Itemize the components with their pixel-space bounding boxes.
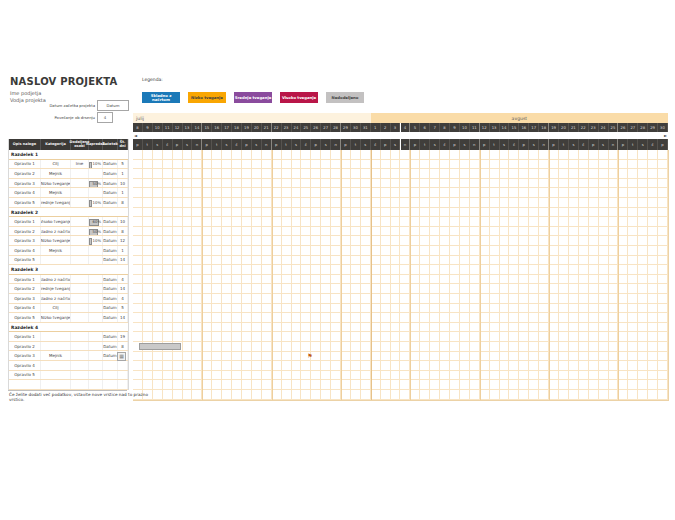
cell-days[interactable] [118, 380, 128, 389]
cell-progress[interactable] [89, 246, 103, 255]
cell-days[interactable]: 14 [118, 256, 128, 265]
section-header-row[interactable]: Razdelek 1 [9, 150, 128, 160]
cell-assignee[interactable] [71, 246, 89, 255]
cell-category[interactable]: Skladno z načrtom [41, 294, 71, 303]
cell-category[interactable]: Srednje tveganje [41, 284, 71, 293]
cell-assignee[interactable] [71, 256, 89, 265]
cell-start[interactable]: Datum [103, 169, 118, 178]
cell-assignee[interactable] [71, 342, 89, 351]
cell-assignee[interactable] [71, 284, 89, 293]
cell-task[interactable]: Opravilo 1 [9, 332, 41, 341]
cell-task[interactable]: Opravilo 3 [9, 236, 41, 245]
cell-start[interactable] [103, 361, 118, 370]
cell-days[interactable]: 10 [118, 179, 128, 188]
cell-assignee[interactable]: Ime [71, 160, 89, 169]
cell-progress[interactable] [89, 361, 103, 370]
cell-start[interactable]: Datum [103, 256, 118, 265]
cell-category[interactable]: Nizko tveganje [41, 313, 71, 322]
cell-task[interactable]: Opravilo 5 [9, 256, 41, 265]
cell-start[interactable]: Datum [103, 313, 118, 322]
cell-days[interactable] [118, 361, 128, 370]
cell-assignee[interactable] [71, 179, 89, 188]
cell-progress[interactable]: 50% [89, 179, 103, 188]
cell-progress[interactable] [89, 332, 103, 341]
cell-progress[interactable] [89, 294, 103, 303]
cell-category[interactable]: Skladno z načrtom [41, 227, 71, 236]
gantt-task-bar[interactable] [139, 343, 181, 350]
cell-progress[interactable] [89, 351, 103, 360]
cell-task[interactable]: Opravilo 5 [9, 371, 41, 380]
cell-progress[interactable] [89, 284, 103, 293]
cell-progress[interactable] [89, 304, 103, 313]
cell-days[interactable]: 4 [118, 294, 128, 303]
autofill-options-icon[interactable]: ▦ [117, 352, 126, 361]
cell-category[interactable] [41, 361, 71, 370]
cell-task[interactable]: Opravilo 1 [9, 160, 41, 169]
cell-category[interactable]: Visoko tveganje [41, 217, 71, 226]
cell-progress[interactable]: 10% [89, 160, 103, 169]
cell-assignee[interactable] [71, 236, 89, 245]
cell-days[interactable]: 8 [118, 342, 128, 351]
scroll-increment-input[interactable]: 4 [97, 112, 113, 123]
cell-assignee[interactable] [71, 275, 89, 284]
cell-start[interactable] [103, 371, 118, 380]
scroll-left-button[interactable]: ◄ [134, 132, 137, 139]
cell-progress[interactable] [89, 380, 103, 389]
cell-days[interactable]: 1 [118, 246, 128, 255]
cell-progress[interactable] [89, 371, 103, 380]
cell-category[interactable] [41, 380, 71, 389]
cell-start[interactable]: Datum [103, 275, 118, 284]
cell-assignee[interactable] [71, 371, 89, 380]
cell-assignee[interactable] [71, 217, 89, 226]
cell-days[interactable]: 14 [118, 284, 128, 293]
cell-days[interactable]: 19 [118, 332, 128, 341]
cell-start[interactable]: Datum [103, 246, 118, 255]
cell-days[interactable]: 8 [118, 198, 128, 207]
cell-start[interactable]: Datum [103, 160, 118, 169]
cell-category[interactable]: Mejnik [41, 351, 71, 360]
cell-days[interactable]: 10 [118, 217, 128, 226]
cell-days[interactable] [118, 371, 128, 380]
cell-days[interactable]: 1 [118, 169, 128, 178]
cell-assignee[interactable] [71, 294, 89, 303]
cell-days[interactable]: 5 [118, 160, 128, 169]
cell-category[interactable]: Cilj [41, 160, 71, 169]
cell-task[interactable]: Opravilo 2 [9, 342, 41, 351]
cell-start[interactable]: Datum [103, 342, 118, 351]
cell-assignee[interactable] [71, 361, 89, 370]
cell-assignee[interactable] [71, 188, 89, 197]
cell-progress[interactable]: 10% [89, 236, 103, 245]
cell-start[interactable]: Datum [103, 284, 118, 293]
cell-task[interactable]: Opravilo 3 [9, 294, 41, 303]
section-header-row[interactable]: Razdelek 3 [9, 265, 128, 275]
cell-assignee[interactable] [71, 304, 89, 313]
cell-progress[interactable] [89, 342, 103, 351]
cell-progress[interactable]: 50% [89, 227, 103, 236]
cell-assignee[interactable] [71, 351, 89, 360]
cell-task[interactable]: Opravilo 1 [9, 217, 41, 226]
cell-start[interactable]: Datum [103, 217, 118, 226]
cell-assignee[interactable] [71, 169, 89, 178]
cell-progress[interactable] [89, 275, 103, 284]
cell-category[interactable] [41, 371, 71, 380]
cell-category[interactable]: Nizko tveganje [41, 179, 71, 188]
cell-progress[interactable] [89, 256, 103, 265]
cell-category[interactable] [41, 332, 71, 341]
cell-start[interactable]: Datum [103, 236, 118, 245]
cell-days[interactable]: 12 [118, 236, 128, 245]
cell-start[interactable]: Datum [103, 188, 118, 197]
scroll-right-button[interactable]: ► [664, 132, 667, 139]
cell-category[interactable]: Skladno z načrtom [41, 275, 71, 284]
cell-task[interactable]: Opravilo 4 [9, 304, 41, 313]
cell-task[interactable]: Opravilo 1 [9, 275, 41, 284]
cell-task[interactable]: Opravilo 3 [9, 351, 41, 360]
cell-start[interactable] [103, 380, 118, 389]
section-header-row[interactable]: Razdelek 2 [9, 208, 128, 218]
cell-category[interactable]: Nizko tveganje [41, 236, 71, 245]
cell-start[interactable]: Datum [103, 227, 118, 236]
cell-assignee[interactable] [71, 313, 89, 322]
cell-task[interactable]: Opravilo 4 [9, 246, 41, 255]
cell-progress[interactable]: 60% [89, 217, 103, 226]
cell-start[interactable]: Datum [103, 304, 118, 313]
cell-days[interactable]: 8 [118, 227, 128, 236]
